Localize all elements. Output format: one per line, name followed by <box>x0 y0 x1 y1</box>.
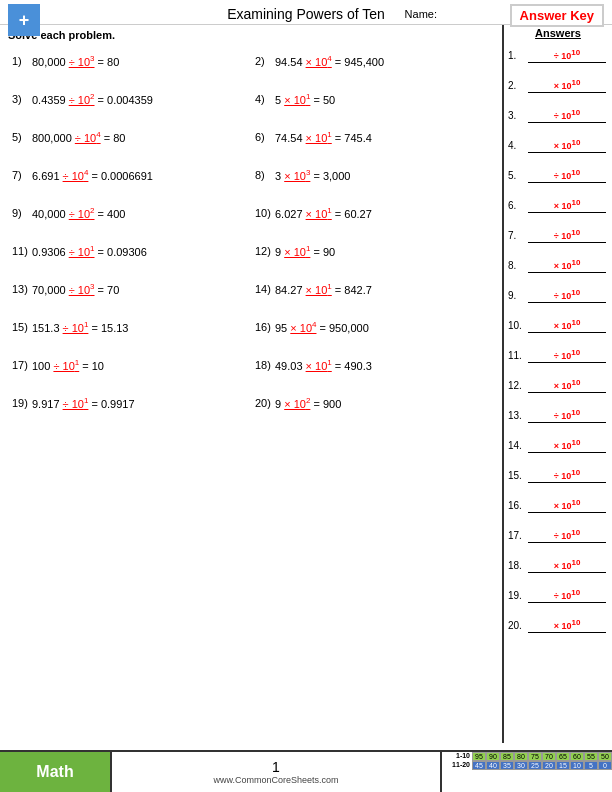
prob-expression: 3 × 103 = 3,000 <box>275 168 350 182</box>
problem-20: 20) 9 × 102 = 900 <box>251 385 494 423</box>
problem-10: 10) 6.027 × 101 = 60.27 <box>251 195 494 233</box>
score-row-1: 1-1095908580757065605550 <box>442 752 612 761</box>
prob-num: 20) <box>255 397 273 409</box>
prob-op: ÷ 101 <box>63 398 89 410</box>
answer-item-1: 1. ÷ 1010 <box>508 41 608 70</box>
prob-num: 16) <box>255 321 273 333</box>
score-cell-1-10-9: 55 <box>584 752 598 761</box>
prob-op: × 102 <box>284 398 310 410</box>
ans-value: ÷ 1010 <box>528 288 606 303</box>
ans-num: 7. <box>508 230 526 241</box>
answer-item-6: 6. × 1010 <box>508 191 608 220</box>
problem-13: 13) 70,000 ÷ 103 = 70 <box>8 271 251 309</box>
score-cell-11-20-10: 0 <box>598 761 612 770</box>
ans-value: × 1010 <box>528 138 606 153</box>
prob-op: × 101 <box>306 284 332 296</box>
ans-value: × 1010 <box>528 78 606 93</box>
prob-expression: 49.03 × 101 = 490.3 <box>275 358 372 372</box>
prob-op: ÷ 104 <box>63 170 89 182</box>
ans-num: 14. <box>508 440 526 451</box>
ans-num: 6. <box>508 200 526 211</box>
ans-value: × 1010 <box>528 318 606 333</box>
answer-key-box: Answer Key <box>510 4 604 27</box>
answer-item-10: 10. × 1010 <box>508 311 608 340</box>
score-cell-11-20-7: 15 <box>556 761 570 770</box>
logo-symbol: + <box>19 10 30 31</box>
prob-op: ÷ 103 <box>69 56 95 68</box>
answer-item-4: 4. × 1010 <box>508 131 608 160</box>
ans-value: × 1010 <box>528 198 606 213</box>
problem-12: 12) 9 × 101 = 90 <box>251 233 494 271</box>
answer-item-17: 17. ÷ 1010 <box>508 521 608 550</box>
score-label-1-10: 1-10 <box>442 752 472 761</box>
score-cell-11-20-9: 5 <box>584 761 598 770</box>
answer-item-5: 5. ÷ 1010 <box>508 161 608 190</box>
prob-expression: 0.9306 ÷ 101 = 0.09306 <box>32 244 147 258</box>
problem-11: 11) 0.9306 ÷ 101 = 0.09306 <box>8 233 251 271</box>
answer-item-18: 18. × 1010 <box>508 551 608 580</box>
ans-num: 18. <box>508 560 526 571</box>
answers-header: Answers <box>508 27 608 39</box>
score-cell-1-10-10: 50 <box>598 752 612 761</box>
logo: + <box>8 4 40 36</box>
ans-value: ÷ 1010 <box>528 348 606 363</box>
prob-num: 9) <box>12 207 30 219</box>
ans-num: 15. <box>508 470 526 481</box>
problem-15: 15) 151.3 ÷ 101 = 15.13 <box>8 309 251 347</box>
score-cell-1-10-5: 75 <box>528 752 542 761</box>
name-label: Name: <box>405 8 437 20</box>
problems-area: Solve each problem. 1) 80,000 ÷ 103 = 80… <box>0 25 504 743</box>
prob-expression: 74.54 × 101 = 745.4 <box>275 130 372 144</box>
prob-expression: 5 × 101 = 50 <box>275 92 335 106</box>
ans-num: 20. <box>508 620 526 631</box>
ans-num: 10. <box>508 320 526 331</box>
ans-value: ÷ 1010 <box>528 588 606 603</box>
prob-num: 10) <box>255 207 273 219</box>
score-cell-11-20-5: 25 <box>528 761 542 770</box>
header: + Examining Powers of Ten Name: Answer K… <box>0 0 612 25</box>
answer-item-11: 11. ÷ 1010 <box>508 341 608 370</box>
answer-item-8: 8. × 1010 <box>508 251 608 280</box>
problem-7: 7) 6.691 ÷ 104 = 0.0006691 <box>8 157 251 195</box>
ans-value: × 1010 <box>528 258 606 273</box>
prob-num: 17) <box>12 359 30 371</box>
problem-19: 19) 9.917 ÷ 101 = 0.9917 <box>8 385 251 423</box>
score-cell-11-20-8: 10 <box>570 761 584 770</box>
problem-3: 3) 0.4359 ÷ 102 = 0.004359 <box>8 81 251 119</box>
prob-op: × 103 <box>284 170 310 182</box>
footer-math-label: Math <box>0 752 110 792</box>
score-cell-1-10-4: 80 <box>514 752 528 761</box>
score-cell-1-10-8: 60 <box>570 752 584 761</box>
prob-expression: 151.3 ÷ 101 = 15.13 <box>32 320 128 334</box>
prob-expression: 94.54 × 104 = 945,400 <box>275 54 384 68</box>
score-cell-1-10-3: 85 <box>500 752 514 761</box>
score-cell-1-10-2: 90 <box>486 752 500 761</box>
ans-value: × 1010 <box>528 378 606 393</box>
ans-value: × 1010 <box>528 558 606 573</box>
prob-op: ÷ 103 <box>69 284 95 296</box>
problem-18: 18) 49.03 × 101 = 490.3 <box>251 347 494 385</box>
ans-num: 1. <box>508 50 526 61</box>
answer-item-2: 2. × 1010 <box>508 71 608 100</box>
prob-num: 11) <box>12 245 30 257</box>
page-number: 1 <box>272 759 280 775</box>
answer-item-12: 12. × 1010 <box>508 371 608 400</box>
prob-expression: 800,000 ÷ 104 = 80 <box>32 130 125 144</box>
prob-num: 14) <box>255 283 273 295</box>
prob-expression: 9.917 ÷ 101 = 0.9917 <box>32 396 135 410</box>
answer-item-9: 9. ÷ 1010 <box>508 281 608 310</box>
ans-value: × 1010 <box>528 498 606 513</box>
prob-num: 18) <box>255 359 273 371</box>
score-row-2: 11-20454035302520151050 <box>442 761 612 770</box>
prob-expression: 6.027 × 101 = 60.27 <box>275 206 372 220</box>
answer-item-14: 14. × 1010 <box>508 431 608 460</box>
ans-num: 12. <box>508 380 526 391</box>
problem-1: 1) 80,000 ÷ 103 = 80 <box>8 43 251 81</box>
prob-num: 12) <box>255 245 273 257</box>
page: + Examining Powers of Ten Name: Answer K… <box>0 0 612 792</box>
score-label-11-20: 11-20 <box>442 761 472 770</box>
score-cell-1-10-1: 95 <box>472 752 486 761</box>
prob-expression: 70,000 ÷ 103 = 70 <box>32 282 119 296</box>
ans-num: 17. <box>508 530 526 541</box>
score-table-container: 1-109590858075706560555011-2045403530252… <box>442 752 612 792</box>
